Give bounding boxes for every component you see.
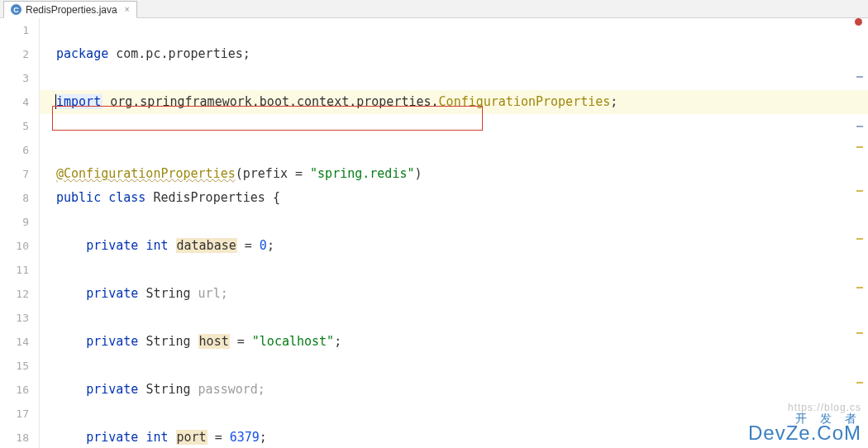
line-number: 4: [0, 90, 29, 114]
line-number-gutter: 1 2 3 4 5 6 7 8 9 10 11 12 13 14 15 16 1…: [0, 18, 40, 448]
code-line: @ConfigurationProperties(prefix = "sprin…: [56, 166, 422, 181]
line-number: 14: [0, 330, 29, 354]
code-line: [56, 142, 64, 157]
line-number: 18: [0, 426, 29, 448]
line-number: 2: [0, 42, 29, 66]
tab-bar: C RedisProperties.java ×: [0, 0, 868, 18]
code-line: private int port = 6379;: [56, 430, 267, 445]
code-editor[interactable]: 1 2 3 4 5 6 7 8 9 10 11 12 13 14 15 16 1…: [0, 18, 868, 448]
editor-tab-redisproperties[interactable]: C RedisProperties.java ×: [3, 1, 137, 18]
line-number: 1: [0, 18, 29, 42]
line-number: 6: [0, 138, 29, 162]
line-number: 12: [0, 282, 29, 306]
close-icon[interactable]: ×: [125, 5, 130, 14]
line-number: 3: [0, 66, 29, 90]
line-number: 8: [0, 186, 29, 210]
code-line: [56, 358, 64, 373]
line-number: 5: [0, 114, 29, 138]
code-line: public class RedisProperties {: [56, 190, 280, 205]
code-line: [56, 406, 64, 421]
tab-title: RedisProperties.java: [26, 4, 117, 16]
code-line: private String url;: [56, 286, 228, 301]
code-area[interactable]: package com.pc.properties; import org.sp…: [40, 18, 868, 448]
java-class-icon: C: [11, 4, 21, 15]
code-line: package com.pc.properties;: [56, 46, 250, 61]
line-number: 7: [0, 162, 29, 186]
line-number: 11: [0, 258, 29, 282]
code-line-current: import org.springframework.boot.context.…: [40, 90, 868, 114]
line-number: 17: [0, 402, 29, 426]
code-line: [56, 310, 64, 325]
line-number: 13: [0, 306, 29, 330]
line-number: 10: [0, 234, 29, 258]
code-line: [56, 70, 64, 85]
code-line: private String password;: [56, 382, 265, 397]
code-line: private int database = 0;: [56, 238, 274, 253]
code-line: [56, 262, 64, 277]
code-line: private String host = "localhost";: [56, 334, 341, 349]
line-number: 16: [0, 378, 29, 402]
line-number: 15: [0, 354, 29, 378]
code-line: [56, 214, 64, 229]
line-number: 9: [0, 210, 29, 234]
